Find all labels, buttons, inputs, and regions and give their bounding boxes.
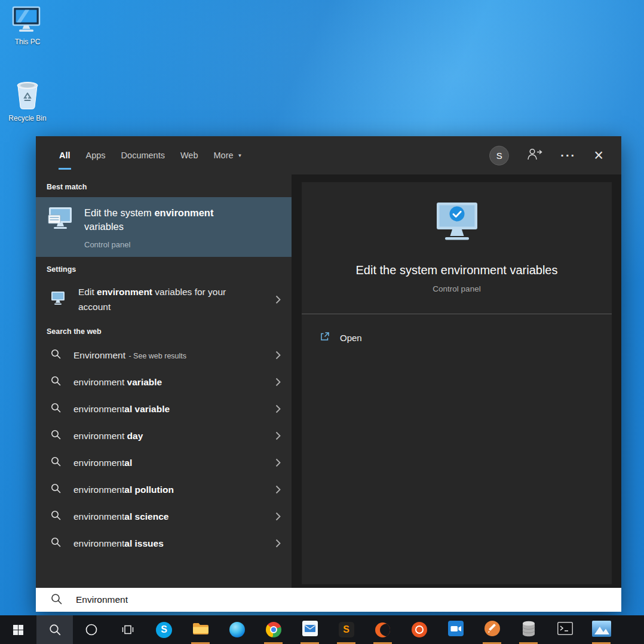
- tab-apps-label: Apps: [86, 151, 106, 160]
- tab-more-label: More: [214, 151, 234, 160]
- search-icon: [49, 624, 61, 636]
- search-filter-tabbar: All Apps Documents Web More ▼ S ··· ×: [36, 136, 621, 174]
- search-icon: [51, 403, 61, 415]
- task-view-button[interactable]: [109, 615, 146, 644]
- taskbar-item-pen-app[interactable]: [474, 615, 510, 644]
- best-match-text: Edit the system environment variables Co…: [84, 206, 235, 249]
- taskbar-item-sublime-text[interactable]: S: [328, 615, 364, 644]
- chevron-right-icon[interactable]: [273, 456, 283, 470]
- photos-app-icon: [592, 621, 611, 639]
- search-input[interactable]: [76, 594, 621, 605]
- desktop-icon-recycle-bin[interactable]: Recycle Bin: [4, 80, 51, 122]
- taskbar-item-terminal[interactable]: [547, 615, 583, 644]
- system-monitor-check-icon: [431, 201, 483, 248]
- chevron-right-icon[interactable]: [273, 402, 283, 416]
- text-match: day: [127, 431, 143, 441]
- suggestion-text: environmental: [73, 458, 132, 468]
- search-icon: [51, 537, 61, 550]
- taskbar-item-skype[interactable]: S: [146, 615, 182, 644]
- taskbar-item-chrome[interactable]: [255, 615, 292, 644]
- suggestion-text: environmental issues: [73, 538, 164, 549]
- edge-browser-icon: [229, 622, 245, 637]
- desktop-icon-label: This PC: [15, 38, 41, 46]
- tab-documents[interactable]: Documents: [114, 136, 173, 174]
- tab-web[interactable]: Web: [173, 136, 206, 174]
- web-suggestion[interactable]: environmental science: [36, 503, 292, 530]
- tab-more[interactable]: More ▼: [206, 136, 250, 174]
- chevron-right-icon[interactable]: [273, 348, 283, 362]
- text-match: al science: [124, 511, 168, 522]
- section-best-match: Best match: [36, 174, 292, 197]
- account-env-vars-icon: [50, 291, 66, 308]
- this-pc-icon: [12, 6, 43, 36]
- preview-subtitle: Control panel: [433, 284, 480, 293]
- web-suggestion[interactable]: environmental: [36, 449, 292, 476]
- terminal-icon: [557, 622, 573, 637]
- taskbar-search-button[interactable]: [36, 615, 73, 644]
- taskbar-item-camera-app[interactable]: [437, 615, 474, 644]
- chevron-right-icon[interactable]: [273, 483, 283, 496]
- sign-in-icon[interactable]: [527, 148, 542, 162]
- preview-card: Edit the system environment variables Co…: [302, 182, 612, 584]
- search-input-bar: [36, 588, 621, 612]
- web-suggestion[interactable]: environmental issues: [36, 530, 292, 557]
- chevron-right-icon[interactable]: [273, 510, 283, 523]
- search-icon: [51, 376, 61, 388]
- start-button[interactable]: [0, 615, 36, 644]
- cortana-button[interactable]: [73, 615, 109, 644]
- taskbar-item-file-explorer[interactable]: [182, 615, 219, 644]
- taskbar-item-photos-app[interactable]: [583, 615, 620, 644]
- taskbar-item-crescent-app[interactable]: [364, 615, 401, 644]
- title-match: environment: [154, 207, 213, 218]
- taskbar-item-ubuntu[interactable]: [401, 615, 437, 644]
- search-icon: [51, 483, 61, 496]
- web-suggestion[interactable]: environment variable: [36, 369, 292, 395]
- tab-documents-label: Documents: [121, 151, 165, 160]
- search-icon: [51, 349, 61, 361]
- search-icon: [51, 593, 62, 607]
- taskbar-item-database-app[interactable]: [510, 615, 547, 644]
- web-suggestion[interactable]: environmental pollution: [36, 476, 292, 503]
- text-prefix: environment: [73, 377, 127, 387]
- chevron-down-icon: ▼: [238, 153, 243, 158]
- settings-result[interactable]: Edit environment variables for your acco…: [36, 280, 292, 319]
- settings-result-text: Edit environment variables for your acco…: [78, 284, 257, 314]
- suggestion-text: environmental pollution: [73, 484, 174, 495]
- web-suggestion[interactable]: Environment - See web results: [36, 342, 292, 369]
- database-icon: [522, 621, 536, 639]
- open-external-icon: [320, 332, 330, 344]
- sublime-text-icon: S: [339, 622, 354, 637]
- tabbar-actions: S ··· ×: [489, 146, 621, 165]
- text-match: al pollution: [124, 484, 174, 495]
- chevron-right-icon[interactable]: [273, 429, 283, 443]
- text-match: environment: [97, 287, 152, 297]
- title-suffix: variables: [84, 221, 124, 232]
- web-suggestion[interactable]: environment day: [36, 422, 292, 449]
- text-match: al issues: [124, 538, 164, 548]
- tab-all[interactable]: All: [51, 136, 78, 174]
- tab-apps[interactable]: Apps: [78, 136, 114, 174]
- best-match-result[interactable]: Edit the system environment variables Co…: [36, 197, 292, 257]
- chevron-right-icon[interactable]: [273, 293, 283, 306]
- desktop-icon-label: Recycle Bin: [8, 114, 46, 122]
- text-match: al variable: [124, 404, 170, 414]
- close-icon[interactable]: ×: [594, 148, 603, 164]
- user-avatar[interactable]: S: [489, 146, 509, 165]
- taskbar-item-edge[interactable]: [219, 615, 255, 644]
- text-prefix: Environment: [73, 350, 125, 360]
- text-prefix: environment: [73, 484, 124, 495]
- tab-all-label: All: [59, 151, 70, 160]
- pen-app-icon: [484, 621, 500, 639]
- web-suggestion[interactable]: environmental variable: [36, 395, 292, 422]
- desktop-icon-this-pc[interactable]: This PC: [4, 6, 51, 46]
- taskbar-item-mail-app[interactable]: [292, 615, 328, 644]
- chevron-right-icon[interactable]: [273, 536, 283, 550]
- open-action[interactable]: Open: [302, 326, 612, 349]
- tab-web-label: Web: [180, 151, 198, 160]
- chevron-right-icon[interactable]: [273, 375, 283, 389]
- title-prefix: Edit the system: [84, 207, 154, 218]
- more-options-icon[interactable]: ···: [560, 149, 576, 162]
- suggestion-text: Environment - See web results: [73, 350, 186, 361]
- search-icon: [51, 456, 61, 469]
- suggestion-text: environmental variable: [73, 404, 170, 415]
